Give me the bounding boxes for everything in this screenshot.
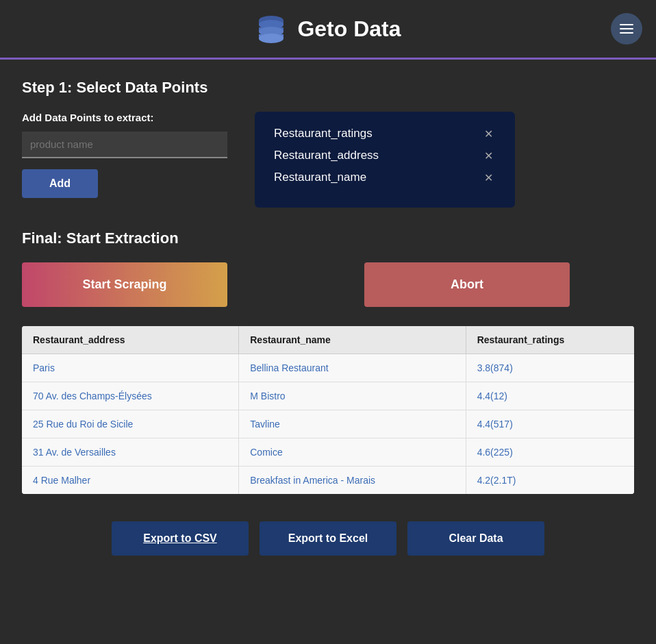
tag-remove-2[interactable]: ✕: [481, 171, 496, 184]
tag-item-2: Restaurant_name ✕: [274, 171, 496, 184]
table-cell-2-2: 4.4(517): [466, 410, 634, 438]
tag-label-2: Restaurant_name: [274, 171, 366, 184]
table-cell-4-2: 4.2(2.1T): [466, 467, 634, 495]
data-table-wrapper: Restaurant_address Restaurant_name Resta…: [22, 326, 634, 494]
table-cell-3-1: Comice: [239, 438, 466, 467]
table-row: 70 Av. des Champs-ÉlyséesM Bistro4.4(12): [22, 382, 634, 410]
add-button[interactable]: Add: [22, 169, 98, 198]
table-row: 4 Rue MalherBreakfast in America - Marai…: [22, 467, 634, 495]
menu-button[interactable]: [611, 13, 642, 45]
step1-container: Add Data Points to extract: Add Restaura…: [22, 112, 634, 208]
table-cell-4-1: Breakfast in America - Marais: [239, 467, 466, 495]
table-cell-3-0: 31 Av. de Versailles: [22, 438, 239, 467]
hamburger-icon: [620, 24, 633, 34]
table-cell-0-1: Bellina Restaurant: [239, 354, 466, 382]
tag-item-1: Restaurant_address ✕: [274, 149, 496, 162]
start-scraping-button[interactable]: Start Scraping: [22, 262, 227, 307]
final-title: Final: Start Extraction: [22, 230, 634, 247]
data-points-form: Add Data Points to extract: Add: [22, 112, 227, 198]
clear-data-button[interactable]: Clear Data: [407, 521, 544, 556]
abort-button[interactable]: Abort: [364, 262, 570, 307]
col-header-ratings: Restaurant_ratings: [466, 326, 634, 354]
main-content: Step 1: Select Data Points Add Data Poin…: [0, 60, 656, 508]
database-icon: [255, 12, 288, 45]
table-cell-1-0: 70 Av. des Champs-Élysées: [22, 382, 239, 410]
extraction-buttons: Start Scraping Abort: [22, 262, 634, 307]
table-cell-3-2: 4.6(225): [466, 438, 634, 467]
export-excel-button[interactable]: Export to Excel: [260, 521, 396, 556]
tags-panel: Restaurant_ratings ✕ Restaurant_address …: [255, 112, 515, 208]
tag-remove-0[interactable]: ✕: [481, 127, 496, 140]
final-section: Final: Start Extraction Start Scraping A…: [22, 230, 634, 307]
col-header-name: Restaurant_name: [239, 326, 466, 354]
tag-label-1: Restaurant_address: [274, 149, 379, 162]
tag-label-0: Restaurant_ratings: [274, 127, 373, 140]
table-row: ParisBellina Restaurant3.8(874): [22, 354, 634, 382]
table-cell-1-2: 4.4(12): [466, 382, 634, 410]
step1-title: Step 1: Select Data Points: [22, 79, 634, 97]
table-cell-1-1: M Bistro: [239, 382, 466, 410]
table-cell-2-1: Tavline: [239, 410, 466, 438]
footer-buttons: Export to CSV Export to Excel Clear Data: [0, 508, 656, 569]
table-row: 25 Rue du Roi de SicileTavline4.4(517): [22, 410, 634, 438]
data-table: Restaurant_address Restaurant_name Resta…: [22, 326, 634, 494]
svg-point-6: [259, 34, 283, 43]
table-row: 31 Av. de VersaillesComice4.6(225): [22, 438, 634, 467]
app-title: Geto Data: [297, 16, 401, 42]
col-header-address: Restaurant_address: [22, 326, 239, 354]
table-cell-2-0: 25 Rue du Roi de Sicile: [22, 410, 239, 438]
tag-remove-1[interactable]: ✕: [481, 149, 496, 162]
form-label: Add Data Points to extract:: [22, 112, 227, 123]
tag-item-0: Restaurant_ratings ✕: [274, 127, 496, 140]
table-cell-0-2: 3.8(874): [466, 354, 634, 382]
table-cell-0-0: Paris: [22, 354, 239, 382]
export-csv-button[interactable]: Export to CSV: [112, 521, 249, 556]
table-cell-4-0: 4 Rue Malher: [22, 467, 239, 495]
table-header-row: Restaurant_address Restaurant_name Resta…: [22, 326, 634, 354]
header: Geto Data: [0, 0, 656, 60]
data-point-input[interactable]: [22, 132, 227, 158]
